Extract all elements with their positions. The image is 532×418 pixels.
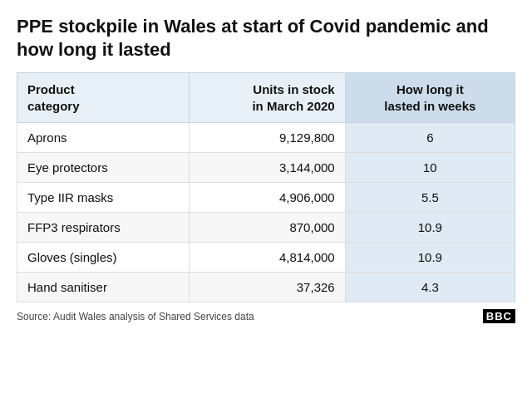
bbc-logo: BBC xyxy=(483,309,515,323)
table-row: Eye protectors3,144,00010 xyxy=(17,153,515,183)
cell-weeks: 4.3 xyxy=(345,273,515,302)
header-weeks: How long itlasted in weeks xyxy=(345,73,515,123)
table-row: Gloves (singles)4,814,00010.9 xyxy=(17,243,515,273)
table-row: Type IIR masks4,906,0005.5 xyxy=(17,183,515,213)
table-row: Hand sanitiser37,3264.3 xyxy=(17,273,515,302)
source-text: Source: Audit Wales analysis of Shared S… xyxy=(17,311,254,322)
header-product: Productcategory xyxy=(17,73,190,123)
cell-weeks: 10.9 xyxy=(345,213,515,243)
bbc-label: BBC xyxy=(483,309,515,323)
table-row: FFP3 respirators870,00010.9 xyxy=(17,213,515,243)
cell-units: 9,129,800 xyxy=(189,123,345,153)
cell-units: 870,000 xyxy=(189,213,345,243)
cell-units: 37,326 xyxy=(189,273,345,302)
cell-weeks: 10 xyxy=(345,153,515,183)
cell-product: Type IIR masks xyxy=(17,183,190,213)
cell-product: Hand sanitiser xyxy=(17,273,190,302)
cell-weeks: 10.9 xyxy=(345,243,515,273)
cell-units: 4,906,000 xyxy=(189,183,345,213)
cell-weeks: 6 xyxy=(345,123,515,153)
cell-units: 4,814,000 xyxy=(189,243,345,273)
cell-product: Eye protectors xyxy=(17,153,190,183)
cell-product: Gloves (singles) xyxy=(17,243,190,273)
cell-weeks: 5.5 xyxy=(345,183,515,213)
cell-product: Aprons xyxy=(17,123,190,153)
cell-product: FFP3 respirators xyxy=(17,213,190,243)
header-units: Units in stockin March 2020 xyxy=(189,73,345,123)
ppe-table: Productcategory Units in stockin March 2… xyxy=(17,72,515,302)
table-row: Aprons9,129,8006 xyxy=(17,123,515,153)
cell-units: 3,144,000 xyxy=(189,153,345,183)
chart-title: PPE stockpile in Wales at start of Covid… xyxy=(17,15,515,61)
